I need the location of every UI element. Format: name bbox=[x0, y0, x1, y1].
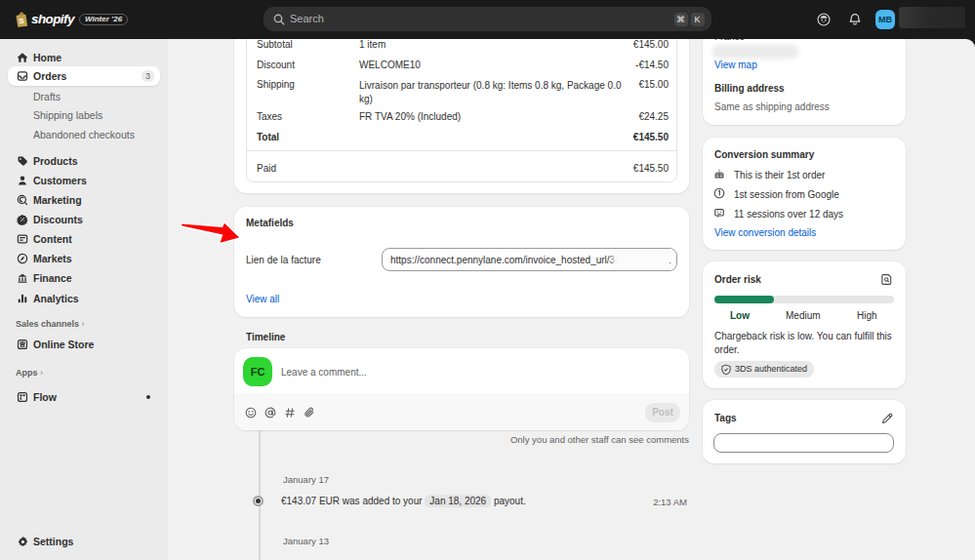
svg-text:S: S bbox=[19, 17, 24, 25]
